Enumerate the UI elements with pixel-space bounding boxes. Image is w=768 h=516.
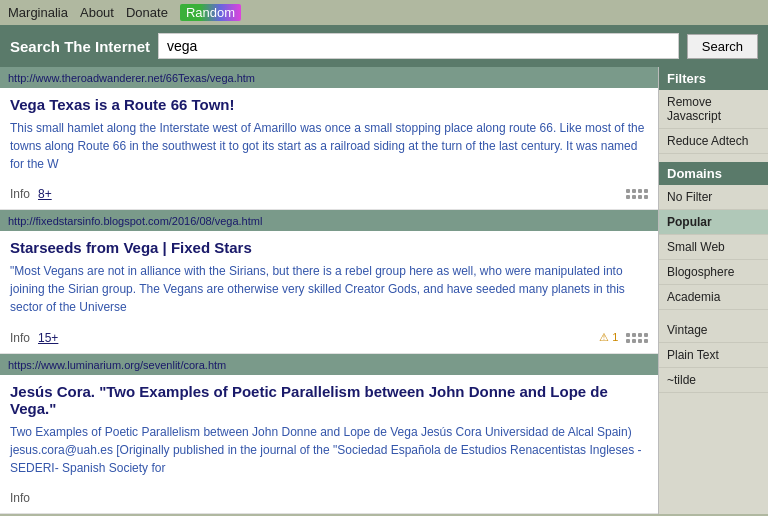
sidebar-vintage[interactable]: Vintage (659, 318, 768, 343)
nav-marginalia[interactable]: Marginalia (8, 5, 68, 20)
result-item-3: https://www.luminarium.org/sevenlit/cora… (0, 354, 658, 514)
dot-3 (638, 189, 642, 193)
filters-header: Filters (659, 67, 768, 90)
result-url-2[interactable]: http://fixedstarsinfo.blogspot.com/2016/… (8, 215, 262, 227)
result-info-3[interactable]: Info (10, 491, 30, 505)
warning-icon-2: ⚠ 1 (599, 331, 618, 344)
dot-12 (644, 333, 648, 337)
result-links-3: Info (10, 491, 30, 505)
dot-grid-1 (626, 189, 648, 199)
sidebar-reduce-adtech[interactable]: Reduce Adtech (659, 129, 768, 154)
result-url-3[interactable]: https://www.luminarium.org/sevenlit/cora… (8, 359, 226, 371)
dot-grid-2 (626, 333, 648, 343)
result-url-bar-2: http://fixedstarsinfo.blogspot.com/2016/… (0, 210, 658, 231)
result-item-2: http://fixedstarsinfo.blogspot.com/2016/… (0, 210, 658, 354)
result-item: http://www.theroadwanderer.net/66Texas/v… (0, 67, 658, 210)
dot-4 (644, 189, 648, 193)
sidebar-no-filter[interactable]: No Filter (659, 185, 768, 210)
result-snippet-2: "Most Vegans are not in alliance with th… (10, 262, 648, 316)
dot-1 (626, 189, 630, 193)
result-body-1: Vega Texas is a Route 66 Town! This smal… (0, 88, 658, 183)
result-icon-bar-1 (626, 189, 648, 199)
dot-9 (626, 333, 630, 337)
result-icon-bar-2: ⚠ 1 (599, 330, 648, 345)
dot-13 (626, 339, 630, 343)
sidebar-popular[interactable]: Popular (659, 210, 768, 235)
dot-16 (644, 339, 648, 343)
sidebar-plain-text[interactable]: Plain Text (659, 343, 768, 368)
result-footer-3: Info (0, 487, 658, 513)
dot-15 (638, 339, 642, 343)
result-info-1[interactable]: Info (10, 187, 30, 201)
sidebar-academia[interactable]: Academia (659, 285, 768, 310)
sidebar-small-web[interactable]: Small Web (659, 235, 768, 260)
result-snippet-3: Two Examples of Poetic Parallelism betwe… (10, 423, 648, 477)
result-links-2: Info 15+ (10, 331, 58, 345)
search-bar: Search The Internet Search (0, 25, 768, 67)
result-url-bar-1: http://www.theroadwanderer.net/66Texas/v… (0, 67, 658, 88)
domains-header: Domains (659, 162, 768, 185)
nav-about[interactable]: About (80, 5, 114, 20)
search-button[interactable]: Search (687, 34, 758, 59)
sidebar-tilde[interactable]: ~tilde (659, 368, 768, 393)
dot-5 (626, 195, 630, 199)
result-footer-1: Info 8+ (0, 183, 658, 209)
sidebar-remove-js[interactable]: Remove Javascript (659, 90, 768, 129)
random-button[interactable]: Random (180, 4, 241, 21)
dot-14 (632, 339, 636, 343)
search-input[interactable] (158, 33, 679, 59)
nav-donate[interactable]: Donate (126, 5, 168, 20)
dot-6 (632, 195, 636, 199)
result-body-3: Jesús Cora. "Two Examples of Poetic Para… (0, 375, 658, 487)
dot-11 (638, 333, 642, 337)
result-title-2: Starseeds from Vega | Fixed Stars (10, 239, 648, 256)
result-count-2[interactable]: 15+ (38, 331, 58, 345)
result-url-1[interactable]: http://www.theroadwanderer.net/66Texas/v… (8, 72, 255, 84)
results-area: http://www.theroadwanderer.net/66Texas/v… (0, 67, 658, 514)
dot-10 (632, 333, 636, 337)
result-url-bar-3: https://www.luminarium.org/sevenlit/cora… (0, 354, 658, 375)
result-title-3: Jesús Cora. "Two Examples of Poetic Para… (10, 383, 648, 417)
main-layout: http://www.theroadwanderer.net/66Texas/v… (0, 67, 768, 514)
search-label: Search The Internet (10, 38, 150, 55)
sidebar-divider-1 (659, 154, 768, 162)
sidebar: Filters Remove Javascript Reduce Adtech … (658, 67, 768, 514)
result-links-1: Info 8+ (10, 187, 52, 201)
sidebar-blogosphere[interactable]: Blogosphere (659, 260, 768, 285)
sidebar-divider-2 (659, 310, 768, 318)
dot-2 (632, 189, 636, 193)
result-count-1[interactable]: 8+ (38, 187, 52, 201)
result-info-2[interactable]: Info (10, 331, 30, 345)
result-snippet-1: This small hamlet along the Interstate w… (10, 119, 648, 173)
top-nav: Marginalia About Donate Random (0, 0, 768, 25)
result-body-2: Starseeds from Vega | Fixed Stars "Most … (0, 231, 658, 326)
result-footer-2: Info 15+ ⚠ 1 (0, 326, 658, 353)
dot-7 (638, 195, 642, 199)
result-title-1: Vega Texas is a Route 66 Town! (10, 96, 648, 113)
dot-8 (644, 195, 648, 199)
